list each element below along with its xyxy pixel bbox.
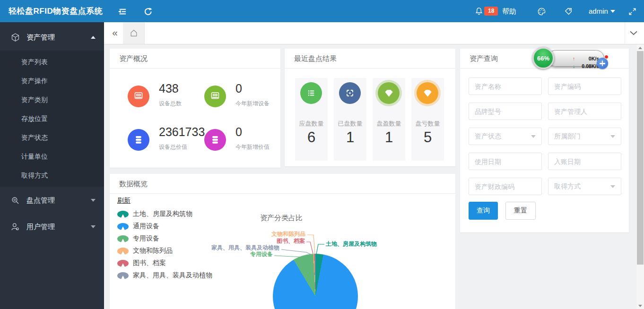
stat-new-value: 0 今年新增价值 bbox=[204, 125, 280, 163]
legend-label: 专用设备 bbox=[133, 234, 159, 243]
refresh-link[interactable]: 刷新 bbox=[117, 197, 131, 205]
legend-item[interactable]: 家具、用具、装具及动植物 bbox=[117, 271, 212, 280]
tile-label: 盘盈数量 bbox=[373, 120, 405, 128]
legend-item[interactable]: 土地、房屋及构筑物 bbox=[117, 210, 212, 218]
app-header: 轻松盘RFID物资盘点系统 18 帮助 bbox=[0, 0, 644, 22]
theme-button[interactable] bbox=[533, 3, 549, 19]
select-caret-icon bbox=[610, 135, 615, 138]
asset-manager-input[interactable] bbox=[548, 103, 621, 120]
department-select[interactable]: 所属部门 bbox=[548, 128, 621, 145]
vertical-scrollbar[interactable] bbox=[636, 44, 644, 309]
pie-label: 文物和陈列品 bbox=[271, 231, 305, 237]
use-date-input[interactable] bbox=[469, 153, 542, 170]
scroll-down-arrow[interactable] bbox=[636, 302, 644, 309]
chart-title: 资产分类占比 bbox=[260, 214, 303, 223]
sidebar-section-inventory[interactable]: 盘点管理 bbox=[0, 187, 104, 214]
legend-label: 通用设备 bbox=[133, 222, 159, 231]
alert-dot bbox=[604, 55, 609, 59]
collapse-tabs-button[interactable]: « bbox=[107, 22, 123, 44]
legend-swatch bbox=[117, 223, 129, 230]
add-button[interactable] bbox=[597, 58, 608, 69]
palette-icon bbox=[537, 7, 547, 17]
sidebar-item-asset-list[interactable]: 资产列表 bbox=[0, 52, 104, 71]
home-icon bbox=[130, 29, 138, 37]
caret-down-icon bbox=[91, 225, 96, 228]
search-button[interactable]: 查询 bbox=[469, 202, 498, 220]
legend-swatch bbox=[117, 235, 129, 242]
asset-status-select[interactable]: 资产状态 bbox=[469, 128, 542, 145]
legend-item[interactable]: 文物和陈列品 bbox=[117, 247, 212, 255]
pie-chart[interactable] bbox=[273, 254, 358, 309]
select-placeholder: 取得方式 bbox=[554, 182, 581, 191]
magnifier-icon bbox=[10, 196, 20, 206]
refresh-button[interactable] bbox=[140, 3, 156, 19]
pie-label: 家具、用具、装具及动植物 bbox=[211, 245, 279, 251]
gem-icon bbox=[417, 82, 438, 104]
legend-label: 图书、档案 bbox=[133, 259, 166, 267]
select-placeholder: 所属部门 bbox=[554, 132, 581, 141]
sidebar-toggle-button[interactable] bbox=[113, 3, 130, 19]
tags-button[interactable] bbox=[560, 3, 576, 19]
tile-value: 1 bbox=[373, 129, 405, 146]
fullscreen-button[interactable] bbox=[624, 3, 640, 19]
tab-bar: « bbox=[104, 22, 644, 44]
caret-down-icon bbox=[91, 199, 96, 202]
asset-query-card: 资产查询 资产状态 所属部门 取得方式 查询 重置 bbox=[460, 49, 629, 232]
stat-value: 0 bbox=[235, 82, 242, 95]
asset-name-input[interactable] bbox=[469, 77, 542, 95]
sidebar-item-measure-unit[interactable]: 计量单位 bbox=[0, 147, 104, 166]
tile-counted: 已盘数量 1 bbox=[334, 78, 366, 161]
caret-up-icon bbox=[91, 36, 96, 39]
stat-value: 0 bbox=[235, 125, 242, 139]
sidebar-item-asset-ops[interactable]: 资产操作 bbox=[0, 71, 104, 90]
stat-label: 今年新增设备 bbox=[235, 100, 270, 108]
stat-new-devices: 0 今年新增设备 bbox=[204, 82, 280, 120]
entry-date-input[interactable] bbox=[548, 153, 621, 170]
sidebar-item-asset-status[interactable]: 资产状态 bbox=[0, 128, 104, 147]
sidebar-item-asset-category[interactable]: 资产类别 bbox=[0, 90, 104, 109]
select-placeholder: 资产状态 bbox=[475, 132, 501, 141]
reset-button[interactable]: 重置 bbox=[505, 202, 536, 220]
tile-expected: 应盘数量 6 bbox=[295, 78, 328, 161]
scroll-up-arrow[interactable] bbox=[636, 44, 644, 51]
upload-speed-row: ↑ 0K/s bbox=[573, 55, 599, 62]
user-menu[interactable]: admin bbox=[589, 0, 608, 22]
help-link[interactable]: 帮助 bbox=[502, 0, 516, 22]
pie-label: 土地、房屋及构筑物 bbox=[326, 241, 377, 247]
tile-deficit: 盘亏数量 5 bbox=[411, 78, 444, 161]
down-arrow-icon: ↓ bbox=[573, 62, 575, 70]
notification-badge: 18 bbox=[484, 7, 498, 16]
brand-model-input[interactable] bbox=[469, 103, 542, 120]
legend-item[interactable]: 通用设备 bbox=[117, 222, 212, 231]
device-icon bbox=[204, 86, 226, 107]
sidebar-section-users[interactable]: 用户管理 bbox=[0, 214, 104, 240]
tile-surplus: 盘盈数量 1 bbox=[373, 78, 405, 161]
sidebar-item-acquire-method[interactable]: 取得方式 bbox=[0, 166, 104, 185]
asset-code-input[interactable] bbox=[548, 77, 621, 95]
memory-percent-badge[interactable]: 66% bbox=[532, 47, 554, 69]
scan-icon bbox=[339, 82, 361, 104]
pie-label: 专用设备 bbox=[250, 251, 273, 258]
menu-toggle-icon bbox=[116, 6, 127, 17]
scrollbar-thumb[interactable] bbox=[637, 51, 644, 265]
tile-label: 已盘数量 bbox=[334, 120, 366, 128]
acquire-method-select[interactable]: 取得方式 bbox=[548, 178, 621, 195]
refresh-icon bbox=[143, 7, 153, 17]
device-icon bbox=[128, 86, 149, 107]
sidebar-section-assets[interactable]: 资产管理 bbox=[0, 24, 104, 51]
monitor-capsule[interactable]: ↑ 0K/s ↓ 0.08K/s bbox=[548, 50, 604, 67]
fiscal-code-input[interactable] bbox=[469, 178, 542, 195]
tile-label: 盘亏数量 bbox=[411, 120, 444, 128]
select-caret-icon bbox=[531, 135, 536, 138]
tab-home[interactable] bbox=[123, 22, 145, 44]
speed-monitor-widget[interactable]: ↑ 0K/s ↓ 0.08K/s 66% bbox=[532, 46, 603, 71]
stat-label: 设备总价值 bbox=[159, 143, 187, 151]
stat-label: 今年新增价值 bbox=[235, 143, 270, 151]
user-icon bbox=[10, 222, 20, 232]
legend-label: 土地、房屋及构筑物 bbox=[133, 210, 192, 218]
sidebar-item-storage-location[interactable]: 存放位置 bbox=[0, 109, 104, 128]
legend-item[interactable]: 专用设备 bbox=[117, 234, 212, 243]
legend-item[interactable]: 图书、档案 bbox=[117, 259, 212, 267]
card-title: 最近盘点结果 bbox=[285, 49, 455, 69]
tab-list-dropdown-button[interactable] bbox=[626, 22, 642, 44]
